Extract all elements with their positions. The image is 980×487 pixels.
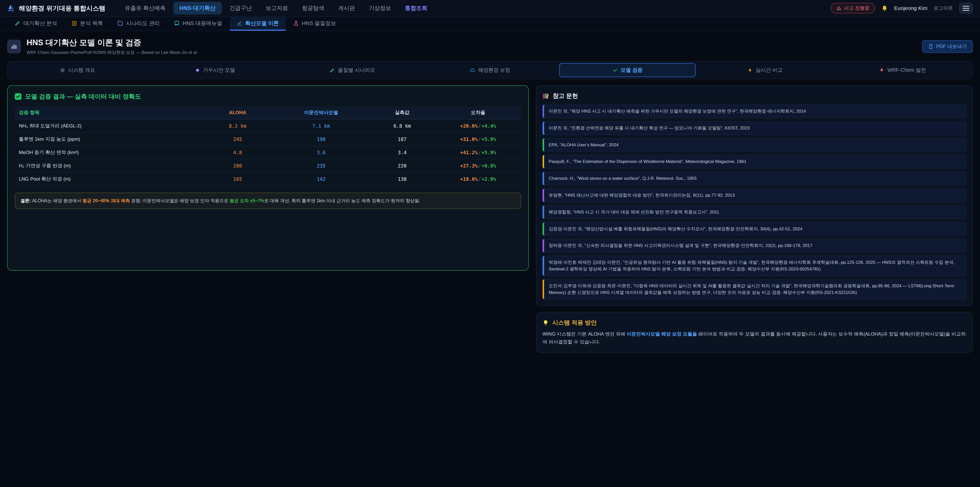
nav-item-oil-spill[interactable]: 유출유 확산예측: [119, 2, 172, 14]
subnav-tab-scenario-management[interactable]: 시나리오 관리: [111, 17, 166, 30]
error-rate: +31.0%/+5.9%: [435, 133, 521, 146]
nav-item-hns-dispersion[interactable]: HNS·대기확산: [173, 2, 222, 14]
lee-model-value: 7.1 km: [273, 119, 369, 133]
reference-item: 오진석·김주영·이득재·김용범·최준·이문진, "다항목 HNS 데이터의 실시…: [542, 279, 966, 300]
nav-item-weather[interactable]: 기상정보: [363, 2, 397, 14]
subnav-tab-model-theory[interactable]: 확산모델 이론: [230, 17, 286, 30]
dot-icon: [195, 68, 200, 73]
section-tab-wrfchem[interactable]: WRF-Chem 발전: [834, 63, 971, 77]
reference-item: 유영현, "HNS 재난사고에 대한 해양경찰의 대응 방안", 한국위기관리논…: [542, 188, 966, 202]
application-title: 시스템 적용 방안: [542, 319, 966, 327]
aloha-error: +31.0%: [460, 136, 478, 142]
main-content: 모델 검증 결과 — 실측 데이터 대비 정확도 검증 항목 ALOHA 이문진…: [0, 79, 980, 360]
section-tab-model-validation[interactable]: 모델 검증: [559, 63, 696, 77]
subnav-tab-hns-substance-info[interactable]: HNS 물질정보: [286, 17, 343, 30]
logout-link[interactable]: 로그아웃: [934, 5, 953, 11]
lee-model-value: 3.6: [273, 146, 369, 159]
subnav-tab-dispersion-analysis[interactable]: 대기확산 분석: [8, 17, 64, 30]
references-card: 참고 문헌 이문진 외, "해양 HNS 사고 시 대기확산 예측을 위한 가우…: [536, 85, 973, 306]
measured-value: 220: [369, 159, 435, 172]
table-row: LNG Pool 확산 직경 (m) 165 142 138 +19.6%/+2…: [15, 172, 521, 186]
nav-item-integrated-search[interactable]: 통합조회: [399, 2, 434, 14]
aloha-value: 245: [202, 133, 273, 146]
reference-item: Charnock, H., "Wind stress on a water su…: [542, 172, 966, 185]
lee-model-value: 142: [273, 172, 369, 186]
book-icon: [174, 21, 180, 26]
nav-item-reports[interactable]: 보고자료: [259, 2, 294, 14]
user-name: Eunjeong Kim: [894, 5, 928, 11]
page-header: HNS 대기확산 모델 이론 및 검증 WRF-Chem·Gaussian Pl…: [0, 31, 980, 61]
subnav-label: 대기확산 분석: [24, 20, 57, 27]
section-tab-realtime-comparison[interactable]: 실시간 비교: [697, 63, 833, 77]
sub-nav: 대기확산 분석 분석 목록 시나리오 관리 HNS 대응매뉴얼 확산모델 이론: [0, 17, 980, 31]
validation-card: 모델 검증 결과 — 실측 데이터 대비 정확도 검증 항목 ALOHA 이문진…: [7, 85, 529, 271]
nav-item-aerial-search[interactable]: 항공탐색: [296, 2, 331, 14]
model-chart-icon: [7, 40, 21, 53]
clipboard-icon: [72, 21, 77, 26]
subnav-label: HNS 물질정보: [302, 20, 336, 27]
top-navbar: 해양환경 위기대응 통합시스템 유출유 확산예측 HNS·대기확산 긴급구난 보…: [0, 0, 980, 17]
nav-item-board[interactable]: 게시판: [332, 2, 361, 14]
subnav-label: HNS 대응매뉴얼: [183, 20, 222, 27]
books-icon: [542, 93, 549, 99]
error-rate: +19.6%/+2.9%: [435, 172, 521, 186]
table-row: H₂ 가연성 구름 반경 (m) 280 235 220 +27.3%/+6.8…: [15, 159, 521, 172]
aloha-error: +41.2%: [460, 150, 478, 155]
table-row: MeOH 증기 확산 면적 (km²) 4.8 3.6 3.4 +41.2%/+…: [15, 146, 521, 159]
incident-status-badge[interactable]: 사고 진행중: [831, 3, 875, 14]
rocket-icon: [879, 68, 884, 73]
row-label: H₂ 가연성 구름 반경 (m): [15, 159, 202, 172]
section-tab-gaussian-model[interactable]: 가우시안 모델: [147, 63, 283, 77]
topbar-right: 사고 진행중 Eunjeong Kim 로그아웃: [831, 3, 973, 14]
lee-model-value: 235: [273, 159, 369, 172]
brand-title: 해양환경 위기대응 통합시스템: [19, 4, 105, 13]
col-header-aloha: ALOHA: [202, 106, 273, 119]
subnav-label: 확산모델 이론: [245, 20, 279, 27]
measured-value: 187: [369, 133, 435, 146]
folder-icon: [118, 21, 123, 26]
hamburger-menu-button[interactable]: [959, 3, 973, 14]
app-root: 해양환경 위기대응 통합시스템 유출유 확산예측 HNS·대기확산 긴급구난 보…: [0, 0, 980, 487]
aloha-value: 165: [202, 172, 273, 186]
aloha-value: 280: [202, 159, 273, 172]
lee-error: +5.9%: [482, 150, 496, 155]
reference-item: 해양경찰청, "HNS 사고 시 국가 대비 대응 체제 선진화 방안 연구용역…: [542, 205, 966, 219]
reference-item: 정하용·이문진 외, "신속한 의사결정을 위한 HNS 사고이력관리시스템 설…: [542, 239, 966, 252]
subnav-label: 분석 목록: [80, 20, 103, 27]
check-icon: [612, 68, 617, 73]
notification-bell-icon[interactable]: [881, 5, 888, 11]
brand: 해양환경 위기대응 통합시스템: [7, 4, 105, 13]
sailboat-logo-icon: [7, 4, 15, 12]
validation-title: 모델 검증 결과 — 실측 데이터 대비 정확도: [15, 93, 521, 101]
measured-value: 138: [369, 172, 435, 186]
pdf-export-button[interactable]: PDF 내보내기: [922, 40, 973, 53]
lee-error: +2.9%: [482, 176, 496, 182]
col-header-lee-model: 이문진박사모델: [273, 106, 369, 119]
reference-item: 이문진 외, "친환경 선박연료 해양 유출 시 대기확산 특성 연구 — 암모…: [542, 121, 966, 135]
table-header-row: 검증 항목 ALOHA 이문진박사모델 실측값 오차율: [15, 106, 521, 119]
right-column: 참고 문헌 이문진 외, "해양 HNS 사고 시 대기확산 예측을 위한 가우…: [536, 85, 973, 353]
conclusion-note: 결론: ALOHA는 해양 환경에서 평균 20~40% 과대 예측 경향. 이…: [15, 193, 521, 209]
flask-icon: [293, 21, 299, 26]
aloha-error: +20.6%: [460, 123, 478, 129]
subnav-tab-hns-manual[interactable]: HNS 대응매뉴얼: [167, 17, 229, 30]
aloha-error: +19.6%: [460, 176, 478, 182]
pencil-icon: [330, 68, 335, 73]
lee-error: +6.8%: [482, 163, 496, 169]
gear-icon: [60, 68, 65, 73]
document-icon: [928, 44, 933, 49]
subnav-tab-analysis-list[interactable]: 분석 목록: [65, 17, 110, 30]
aloha-value: 4.8: [202, 146, 273, 159]
measured-value: 6.8 km: [369, 119, 435, 133]
lightning-icon: [748, 68, 752, 73]
aloha-value: 8.2 km: [202, 119, 273, 133]
nav-item-rescue[interactable]: 긴급구난: [223, 2, 258, 14]
section-tab-substance-scenarios[interactable]: 물질별 시나리오: [284, 63, 421, 77]
application-card: 시스템 적용 방안 WING 시스템은 기본 ALOHA 엔진 위에 이문진박사…: [536, 312, 973, 353]
conclusion-label: 결론:: [21, 198, 31, 203]
section-tab-marine-correction[interactable]: 해양환경 보정: [422, 63, 558, 77]
section-tabs: 시스템 개요 가우시안 모델 물질별 시나리오 해양환경 보정 모델 검증: [7, 61, 973, 79]
table-row: 톨루엔 1km 지점 농도 (ppm) 245 198 187 +31.0%/+…: [15, 133, 521, 146]
highlight-correction-module: 이문진박사모델 해양 보정 모듈을: [627, 331, 697, 337]
section-tab-overview[interactable]: 시스템 개요: [9, 63, 146, 77]
